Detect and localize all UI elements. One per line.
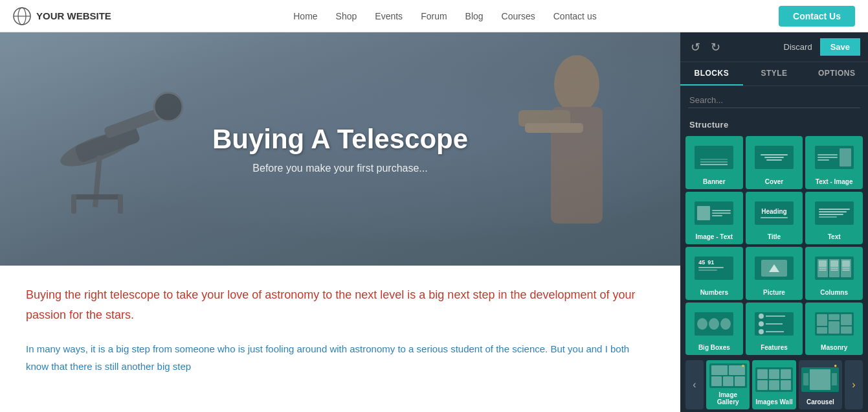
feat-row-1 <box>759 314 785 319</box>
mason-item-2 <box>817 327 828 333</box>
mason-item-5 <box>841 314 852 325</box>
nav-home[interactable]: Home <box>293 11 317 21</box>
block-banner[interactable]: Banner <box>685 136 743 189</box>
block-masonry-label: Masonry <box>821 344 847 351</box>
block-numbers[interactable]: 45 91 Numbers <box>685 247 743 300</box>
block-picture[interactable]: Picture <box>746 247 803 300</box>
nav-contact[interactable]: Contact us <box>553 11 597 21</box>
nav-events[interactable]: Events <box>375 11 403 21</box>
image-gallery-icon <box>709 363 747 388</box>
col-2 <box>829 259 840 277</box>
block-columns-preview <box>808 251 860 286</box>
num-2: 91 <box>707 259 714 266</box>
blocks-grid: Banner Cover <box>680 133 868 358</box>
save-button[interactable]: Save <box>820 38 860 56</box>
gallery-row-1 <box>711 365 745 375</box>
block-masonry[interactable]: Masonry <box>805 303 863 356</box>
picture-inner <box>761 260 787 277</box>
block-image-gallery[interactable]: Image Gallery <box>706 360 750 409</box>
img-thumb <box>697 206 710 220</box>
wall-item-2 <box>769 369 779 379</box>
mini-line-1 <box>818 154 838 155</box>
block-text-image-label: Text - Image <box>816 178 853 185</box>
col2-img <box>830 260 838 267</box>
svg-point-6 <box>154 93 183 121</box>
feat-line-2 <box>766 323 783 325</box>
next-arrow[interactable]: › <box>845 360 863 409</box>
hero-subtitle: Before you make your first purchase... <box>212 163 468 174</box>
svg-rect-9 <box>71 194 76 214</box>
block-title[interactable]: Heading Title <box>746 192 803 245</box>
text-image-icon <box>815 146 854 169</box>
col2-line1 <box>830 268 838 269</box>
carousel-left <box>803 373 808 385</box>
block-numbers-preview: 45 91 <box>688 251 740 286</box>
col3-line2 <box>842 269 850 271</box>
mini-line-a <box>712 210 731 211</box>
block-numbers-label: Numbers <box>700 289 728 296</box>
main-layout: Buying A Telescope Before you make your … <box>0 32 868 412</box>
block-big-boxes-preview <box>688 306 740 342</box>
to-line-4 <box>819 216 838 218</box>
feat-row-2 <box>759 321 783 326</box>
banner-icon <box>695 146 733 169</box>
title-line <box>761 217 788 218</box>
block-features[interactable]: Features <box>746 303 803 356</box>
col1-line2 <box>819 269 827 271</box>
num-line-2 <box>698 269 717 271</box>
mini-line-3 <box>818 159 830 161</box>
col1-line1 <box>819 268 827 269</box>
block-text[interactable]: Text <box>805 192 863 245</box>
cover-line-2 <box>764 157 784 158</box>
tab-blocks[interactable]: BLOCKS <box>680 62 743 86</box>
feat-row-3 <box>759 329 784 334</box>
tab-options[interactable]: OPTIONS <box>805 62 868 86</box>
block-image-text-label: Image - Text <box>696 233 733 240</box>
nav-courses[interactable]: Courses <box>502 11 535 21</box>
box-2 <box>709 318 719 330</box>
redo-button[interactable]: ↻ <box>708 38 723 57</box>
block-carousel-preview <box>801 363 840 396</box>
block-title-preview: Heading <box>748 196 801 231</box>
mason-col-1 <box>817 314 828 334</box>
text-side <box>818 148 838 166</box>
to-line-1 <box>819 209 850 210</box>
block-image-gallery-preview <box>709 363 747 389</box>
nav-forum[interactable]: Forum <box>421 11 447 21</box>
block-features-preview <box>748 306 801 342</box>
tab-style[interactable]: STYLE <box>743 62 806 86</box>
block-image-text-preview <box>688 196 740 231</box>
undo-button[interactable]: ↺ <box>688 38 703 57</box>
hero-section: Buying A Telescope Before you make your … <box>0 32 680 266</box>
block-masonry-preview <box>808 306 860 342</box>
columns-icon <box>815 257 854 280</box>
block-cover[interactable]: Cover <box>746 136 803 189</box>
mini-line-c <box>712 215 722 216</box>
nav-shop[interactable]: Shop <box>336 11 357 21</box>
features-icon <box>755 312 794 336</box>
search-input[interactable] <box>688 93 860 108</box>
discard-button[interactable]: Discard <box>776 40 820 54</box>
block-carousel-label: Carousel <box>807 398 834 406</box>
nav-blog[interactable]: Blog <box>465 11 484 21</box>
block-cover-preview <box>748 140 801 176</box>
block-big-boxes[interactable]: Big Boxes <box>685 303 743 356</box>
contact-button[interactable]: Contact Us <box>779 6 855 27</box>
col2-line2 <box>830 269 838 271</box>
svg-rect-8 <box>71 194 123 200</box>
num-row-1: 45 91 <box>698 259 729 266</box>
block-image-text[interactable]: Image - Text <box>685 192 743 245</box>
carousel-main <box>810 369 830 390</box>
block-title-label: Title <box>768 233 781 240</box>
logo-icon <box>13 7 31 25</box>
block-columns[interactable]: Columns <box>805 247 863 300</box>
person-image <box>441 32 648 266</box>
block-text-image[interactable]: Text - Image <box>805 136 863 189</box>
block-images-wall-label: Images Wall <box>755 398 792 406</box>
gallery-row-2 <box>711 376 745 386</box>
prev-arrow[interactable]: ‹ <box>685 360 704 409</box>
mountain-shape <box>769 264 779 272</box>
block-carousel[interactable]: Carousel <box>799 360 842 409</box>
block-images-wall[interactable]: Images Wall <box>752 360 796 409</box>
article-paragraph-2: In many ways, it is a big step from some… <box>26 340 654 375</box>
